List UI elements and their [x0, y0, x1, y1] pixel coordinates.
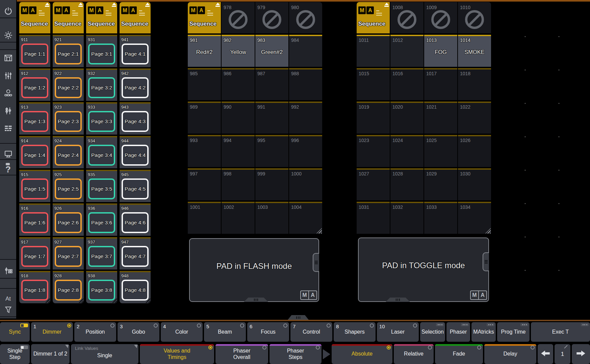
executor-cell[interactable]: 942Page 4:2 — [120, 68, 151, 101]
executor-page-button[interactable]: Page 1:3 — [21, 111, 48, 132]
pool-cell[interactable]: 1033 — [424, 202, 457, 234]
pad-flash-mode[interactable]: PAD in FLASH mode M A — [189, 238, 319, 302]
pool-cell[interactable]: 1000 — [289, 168, 322, 200]
page-number-button[interactable]: 1 — [555, 344, 570, 364]
sidebar-item-stage-view-icon[interactable] — [0, 51, 16, 65]
blocked-pool-cell[interactable]: 1010 — [458, 2, 491, 33]
pool-cell[interactable]: 1013FOG — [424, 35, 457, 67]
executor-cell[interactable]: 935Page 3:5 — [86, 170, 117, 202]
executor-cell[interactable]: 936Page 3:6 — [86, 203, 117, 236]
executor-page-button[interactable]: Page 4:7 — [122, 246, 149, 267]
executor-cell[interactable]: 913Page 1:3 — [19, 102, 50, 135]
pool-cell[interactable]: 998 — [222, 168, 255, 200]
blocked-pool-cell[interactable]: 1008 — [390, 2, 424, 33]
matricks-button[interactable]: MAtricks — [471, 322, 496, 342]
dimmer-button[interactable]: 1Dimmer — [31, 322, 73, 342]
sidebar-item-monitor-setup-icon[interactable] — [0, 146, 16, 161]
executor-page-button[interactable]: Page 1:7 — [21, 246, 48, 267]
executor-page-button[interactable]: Page 3:7 — [88, 246, 115, 267]
pool-cell[interactable]: 988 — [289, 68, 322, 100]
pad-drag-tab-icon[interactable] — [483, 252, 489, 271]
executor-cell[interactable]: 918Page 1:8 — [19, 271, 50, 303]
pool-cell[interactable]: 981Red#2 — [188, 35, 221, 67]
sidebar-item-preset-fader-icon[interactable] — [0, 103, 16, 118]
executor-cell[interactable]: 941Page 4:1 — [120, 35, 151, 67]
executor-page-button[interactable]: Page 2:3 — [55, 111, 82, 132]
executor-page-button[interactable]: Page 4:3 — [122, 111, 149, 132]
pool-cell[interactable]: 992 — [289, 102, 322, 134]
pool-cell[interactable]: 997 — [188, 168, 221, 200]
executor-cell[interactable]: 922Page 2:2 — [53, 68, 84, 101]
executor-page-button[interactable]: Page 1:2 — [21, 77, 48, 98]
pool-cell[interactable]: 999 — [255, 168, 288, 200]
executor-page-button[interactable]: Page 4:5 — [122, 178, 149, 199]
laser-button[interactable]: 10Laser — [377, 322, 419, 342]
executor-cell[interactable]: 912Page 1:2 — [19, 68, 50, 101]
blocked-pool-cell[interactable]: 980 — [289, 2, 322, 33]
sidebar-item-playback-icon[interactable] — [0, 86, 16, 101]
executor-cell[interactable]: 948Page 4:8 — [120, 271, 151, 303]
executor-cell[interactable]: 928Page 2:8 — [53, 271, 84, 303]
executor-cell[interactable]: 934Page 3:4 — [86, 136, 117, 168]
blocked-pool-cell[interactable]: 978 — [222, 2, 255, 33]
blocked-pool-cell[interactable]: 979 — [255, 2, 288, 33]
page-next-button[interactable] — [572, 344, 590, 364]
values-and-timings-button[interactable]: Values and Timings — [140, 344, 214, 364]
sequence-pool-header[interactable]: MASequence — [357, 2, 390, 33]
executor-page-button[interactable]: Page 2:8 — [55, 280, 82, 301]
sync-button[interactable]: Sync — [0, 322, 30, 342]
pool-cell[interactable]: 1027 — [357, 168, 390, 200]
color-button[interactable]: 4Color — [161, 322, 203, 342]
resize-grip-icon[interactable] — [316, 228, 322, 233]
executor-cell[interactable]: 946Page 4:6 — [120, 203, 151, 236]
pool-cell[interactable]: 986 — [222, 68, 255, 100]
pool-cell[interactable]: 991 — [255, 102, 288, 134]
blocked-pool-cell[interactable]: 1009 — [424, 2, 457, 33]
pool-cell[interactable]: 990 — [222, 102, 255, 134]
pool-cell[interactable]: 1026 — [458, 135, 491, 167]
executor-page-button[interactable]: Page 3:1 — [88, 44, 115, 64]
exec-t-button[interactable]: Exec T — [531, 322, 590, 342]
sidebar-item-power-icon[interactable] — [0, 3, 16, 18]
pool-cell[interactable]: 1015 — [357, 68, 390, 100]
executor-page-button[interactable]: Page 4:2 — [122, 77, 149, 98]
absolute-button[interactable]: Absolute — [332, 344, 392, 364]
pool-cell[interactable]: 1031 — [357, 202, 390, 234]
control-button[interactable]: 7Control — [290, 322, 332, 342]
executor-page-button[interactable]: Page 4:8 — [122, 280, 149, 301]
pool-cell[interactable]: 987 — [255, 68, 288, 100]
executor-cell[interactable]: 938Page 3:8 — [86, 271, 117, 303]
pool-cell[interactable]: 993 — [188, 135, 221, 167]
executor-cell[interactable]: 927Page 2:7 — [53, 237, 84, 270]
executor-cell[interactable]: 915Page 1:5 — [19, 170, 50, 202]
pool-cell[interactable]: 1023 — [357, 135, 390, 167]
executor-cell[interactable]: 923Page 2:3 — [53, 102, 84, 135]
pool-cell[interactable]: 985 — [188, 68, 221, 100]
executor-cell[interactable]: 932Page 3:2 — [86, 68, 117, 101]
page-prev-button[interactable] — [538, 344, 553, 364]
executor-cell[interactable]: 926Page 2:6 — [53, 203, 84, 236]
executor-cell[interactable]: 925Page 2:5 — [53, 170, 84, 202]
sequence-pool-header[interactable]: MASequence — [19, 2, 50, 33]
selection-button[interactable]: Selection — [420, 322, 445, 342]
pool-cell[interactable]: 995 — [255, 135, 288, 167]
pool-cell[interactable]: 1012 — [390, 35, 424, 67]
phaser-steps-button[interactable]: Phaser Steps — [270, 344, 322, 364]
shapers-button[interactable]: 8Shapers — [334, 322, 376, 342]
phaser-button[interactable]: Phaser — [446, 322, 470, 342]
pad-bottom-handle-icon[interactable] — [386, 298, 410, 302]
executor-page-button[interactable]: Page 3:3 — [88, 111, 115, 132]
executor-page-button[interactable]: Page 2:7 — [55, 246, 82, 267]
pool-cell[interactable]: 983Green#2 — [255, 35, 288, 67]
delay-button[interactable]: Delay — [484, 344, 536, 364]
pool-cell[interactable]: 1034 — [458, 202, 491, 234]
pool-cell[interactable]: 1003 — [255, 202, 288, 234]
executor-cell[interactable]: 921Page 2:1 — [53, 35, 84, 67]
executor-page-button[interactable]: Page 2:1 — [55, 44, 82, 64]
executor-cell[interactable]: 945Page 4:5 — [120, 170, 151, 202]
executor-page-button[interactable]: Page 1:5 — [21, 178, 48, 199]
pool-cell[interactable]: 984 — [289, 35, 322, 67]
executor-page-button[interactable]: Page 2:4 — [55, 145, 82, 166]
pool-cell[interactable]: 982Yellow — [222, 35, 255, 67]
pad-toggle-mode[interactable]: PAD in TOGGLE mode M A — [358, 237, 489, 302]
